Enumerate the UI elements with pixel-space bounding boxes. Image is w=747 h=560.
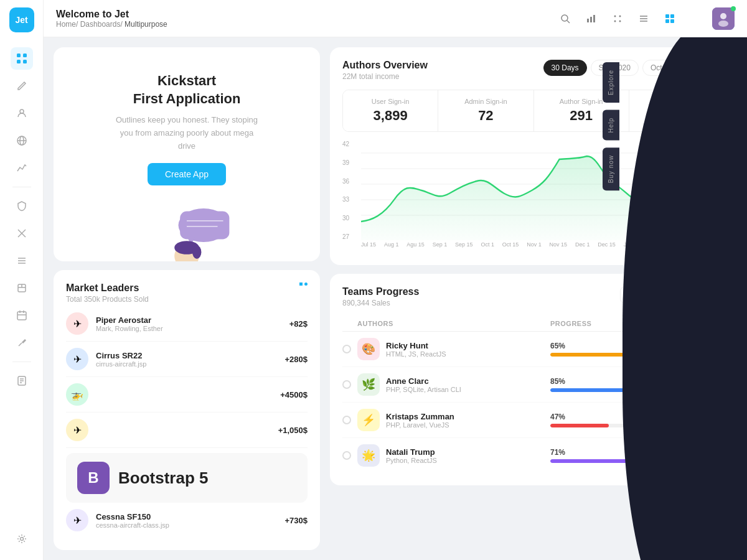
svg-rect-40 [670,19,674,23]
sidebar-item-dashboard[interactable] [11,47,33,70]
buy-now-button[interactable]: Buy now [603,147,619,190]
avatar-ricky: 🎨 [357,338,380,360]
sidebar-item-tools[interactable] [11,332,33,354]
sidebar-item-settings[interactable] [11,528,33,550]
kickstart-illustration [131,192,243,261]
stat-admin-signin: Admin Sign-in 72 [438,90,533,131]
market-item-1: ✈ Piper Aerostar Mark, Rowling, Esther +… [66,306,308,342]
market-leaders-more[interactable] [299,282,308,286]
sidebar-item-analytics[interactable] [11,157,33,179]
user-menu[interactable] [712,7,735,30]
svg-line-26 [567,21,570,23]
kickstart-title: Kickstart First Application [133,72,241,108]
side-buttons: Explore Help Buy now [603,62,619,191]
svg-point-53 [192,245,201,259]
avatar-kristaps: ⚡ [357,409,380,431]
market-item-3: 🚁 +4500$ [66,377,308,413]
sidebar-item-reports[interactable] [11,370,33,392]
customize-button[interactable] [608,9,627,29]
market-leaders-subtitle: Total 350k Products Sold [66,295,149,304]
market-item-cessna: ✈ Cessna SF150 cessna-aircraft-class.jsp… [66,503,308,538]
bootstrap-icon: B [77,462,110,494]
authors-subtitle: 22M total income [342,72,428,81]
market-icon-2: ✈ [66,348,88,370]
teams-title: Teams Progress [342,286,419,297]
sidebar-item-calendar[interactable] [11,304,33,327]
svg-rect-3 [23,60,27,63]
svg-point-43 [718,21,728,27]
svg-point-25 [561,15,568,21]
check-circle[interactable] [342,451,351,460]
chart-y-labels: 42 39 36 33 30 27 [342,141,360,240]
kickstart-card: Kickstart First Application Outlines kee… [54,47,320,261]
breadcrumb: Home/ Dashboards/ Multipurpose [56,20,555,29]
svg-rect-27 [587,19,589,22]
svg-rect-28 [590,17,592,22]
svg-rect-16 [17,312,26,320]
svg-rect-0 [17,54,21,57]
svg-point-30 [614,15,616,17]
search-button[interactable] [555,9,575,29]
svg-rect-45 [180,211,229,239]
svg-point-32 [614,20,616,22]
market-leaders-card: Market Leaders Total 350k Products Sold … [54,270,320,550]
bootstrap-badge: B Bootstrap 5 [66,453,308,503]
topnav-actions [555,7,735,30]
sidebar-item-profile[interactable] [11,102,33,124]
tab-30days[interactable]: 30 Days [543,60,587,76]
sidebar-item-package[interactable] [11,277,33,299]
left-panel: Kickstart First Application Outlines kee… [44,37,330,560]
svg-rect-38 [670,14,674,18]
market-item-2: ✈ Cirrus SR22 cirrus-aircraft.jsp +280$ [66,342,308,377]
app-logo[interactable]: Jet [9,7,34,32]
market-icon-3: 🚁 [66,383,88,406]
explore-button[interactable]: Explore [603,62,619,103]
svg-point-33 [619,20,621,22]
svg-point-24 [20,538,23,541]
avatar-anne: 🌿 [357,373,380,396]
svg-rect-1 [23,54,27,57]
menu-button[interactable] [634,9,654,29]
market-icon-4: ✈ [66,419,88,441]
check-circle[interactable] [342,416,351,424]
help-button[interactable]: Help [603,110,619,141]
svg-point-42 [720,13,726,19]
market-leaders-title: Market Leaders [66,282,149,294]
sidebar-item-list[interactable] [11,250,33,272]
svg-rect-37 [665,14,669,18]
sidebar-item-edit[interactable] [11,75,33,97]
kickstart-description: Outlines keep you honest. They stoping y… [112,114,261,152]
avatar-natali: 🌟 [357,444,380,467]
online-indicator [731,6,736,11]
svg-point-31 [619,15,621,17]
svg-rect-29 [593,15,595,22]
create-app-button[interactable]: Create App [148,163,226,185]
teams-subtitle: 890,344 Sales [342,299,419,307]
topnav: Welcome to Jet Home/ Dashboards/ Multipu… [44,0,747,37]
svg-point-4 [20,110,24,113]
darkmode-button[interactable] [686,9,706,29]
check-circle[interactable] [342,380,351,389]
bootstrap-label: Bootstrap 5 [118,469,208,488]
stat-user-signin: User Sign-in 3,899 [343,90,438,131]
sidebar-item-close[interactable] [11,222,33,245]
sidebar: Jet [0,0,44,560]
market-icon-1: ✈ [66,312,88,335]
page-title: Welcome to Jet [56,9,555,20]
grid-button[interactable] [660,9,680,29]
sidebar-item-globe[interactable] [11,129,33,152]
market-item-4: ✈ +1,050$ [66,413,308,448]
sidebar-item-security[interactable] [11,195,33,217]
analytics-button[interactable] [581,9,601,29]
check-circle[interactable] [342,345,351,353]
authors-title: Authors Overview [342,60,428,71]
svg-rect-39 [665,19,669,23]
svg-rect-2 [17,60,21,63]
market-icon-cessna: ✈ [66,509,88,531]
